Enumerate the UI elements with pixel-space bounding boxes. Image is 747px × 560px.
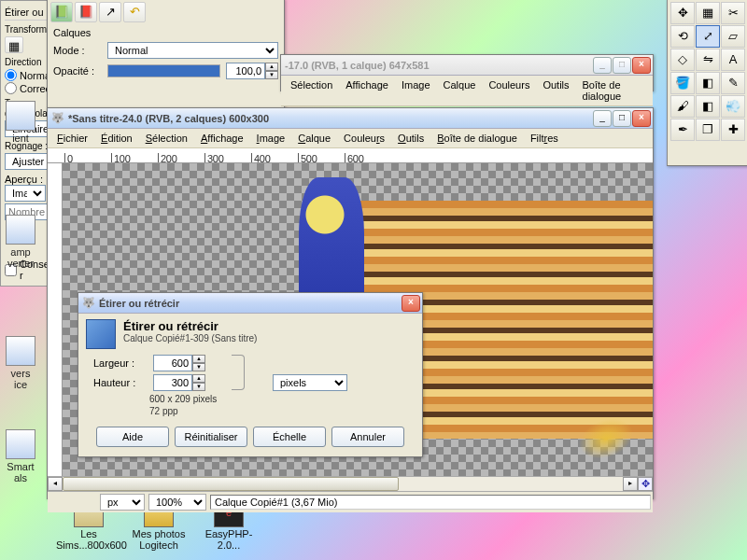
layers-tab[interactable]: 📗 (50, 2, 73, 22)
ruler-horizontal: 0100200300400500600 (48, 148, 653, 163)
menu-image[interactable]: Image (396, 77, 436, 104)
channels-tab[interactable]: 📕 (75, 2, 97, 22)
image-titlebar[interactable]: 🐺 *Sans titre-24.0 (RVB, 2 calques) 600x… (48, 108, 653, 129)
height-label: Hauteur : (93, 377, 149, 388)
tool-shear[interactable]: ▱ (721, 25, 745, 48)
image-menubar: Fichier Édition Sélection Affichage Imag… (48, 129, 653, 148)
tool-ink[interactable]: ✒ (670, 119, 695, 141)
menu-outils[interactable]: Outils (392, 131, 430, 146)
shortcut-vers[interactable]: versice (2, 336, 39, 390)
spin-down-icon[interactable]: ▼ (265, 71, 278, 79)
paths-tab[interactable]: ↗ (99, 2, 121, 22)
unit-combo[interactable]: px (100, 494, 145, 511)
dialog-titlebar[interactable]: 🐺 Étirer ou rétrécir × (78, 293, 422, 314)
tool-clone[interactable]: ❐ (696, 119, 720, 141)
spin-up-icon[interactable]: ▲ (192, 355, 205, 363)
tool-eraser[interactable]: ◧ (696, 95, 720, 118)
mode-combo[interactable]: Normal (107, 42, 278, 59)
menu-edition[interactable]: Édition (95, 131, 138, 146)
menu-outils[interactable]: Outils (537, 77, 574, 104)
minimize-button[interactable]: _ (593, 57, 612, 74)
opacity-label: Opacité : (53, 65, 102, 77)
menu-dialogue[interactable]: Boîte de dialogue (577, 77, 649, 104)
navigation-icon[interactable]: ✥ (638, 477, 653, 491)
tool-flip[interactable]: ⇋ (696, 49, 720, 71)
opacity-slider[interactable] (107, 64, 220, 77)
maximize-button[interactable]: □ (613, 110, 631, 127)
tool-airbrush[interactable]: 💨 (721, 95, 745, 118)
menu-affichage[interactable]: Affichage (340, 77, 394, 104)
tool-crop[interactable]: ✂ (721, 2, 745, 24)
scale-icon (86, 319, 116, 349)
zoom-combo[interactable]: 100% (148, 494, 206, 511)
scroll-right-icon[interactable]: ▸ (623, 477, 638, 491)
tool-heal[interactable]: ✚ (721, 119, 745, 141)
dialog-info-dpi: 72 ppp (149, 405, 415, 417)
scrollbar-horizontal[interactable]: ◂ ▸ ✥ (48, 476, 653, 491)
bgwin-titlebar[interactable]: -17.0 (RVB, 1 calque) 647x581 _ □ × (281, 55, 653, 76)
tool-rotate[interactable]: ⟲ (670, 25, 695, 48)
tool-bucket[interactable]: 🪣 (670, 72, 695, 94)
undo-tab[interactable]: ↶ (123, 2, 146, 22)
close-button[interactable]: × (632, 110, 651, 127)
tool-perspective[interactable]: ◇ (670, 49, 695, 71)
menu-filtres[interactable]: Filtres (525, 131, 564, 146)
bgwin-menubar: Sélection Affichage Image Calque Couleur… (281, 76, 653, 106)
layers-panel: 📗 📕 ↗ ↶ Calques Mode : Normal Opacité : … (47, 0, 285, 110)
statusbar: px 100% Calque Copié#1 (3,67 Mio) (48, 491, 653, 512)
menu-image[interactable]: Image (251, 131, 291, 146)
transform-layer-icon[interactable]: ▦ (5, 36, 23, 53)
shortcut-client[interactable]: ient (2, 101, 39, 144)
apercu-label: Aperçu : (5, 174, 43, 185)
toolbox: ✥ ▦ ✂ ⟲ ⤢ ▱ ◇ ⇋ A 🪣 ◧ ✎ 🖌 ◧ 💨 ✒ ❐ ✚ (667, 0, 747, 166)
tool-brush[interactable]: 🖌 (670, 95, 695, 118)
height-input[interactable] (153, 374, 192, 391)
tool-text[interactable]: A (721, 49, 745, 71)
menu-affichage[interactable]: Affichage (195, 131, 249, 146)
maximize-button[interactable]: □ (613, 57, 631, 74)
menu-fichier[interactable]: Fichier (51, 131, 93, 146)
apercu-combo[interactable]: Image (5, 185, 46, 202)
spin-up-icon[interactable]: ▲ (192, 374, 205, 383)
unit-combo[interactable]: pixels (273, 374, 347, 391)
tool-pencil[interactable]: ✎ (721, 72, 745, 94)
menu-dialogue[interactable]: Boîte de dialogue (431, 131, 523, 146)
bgwin-title: -17.0 (RVB, 1 calque) 647x581 (285, 60, 592, 71)
cancel-button[interactable]: Annuler (331, 427, 404, 447)
menu-selection[interactable]: Sélection (285, 77, 338, 104)
width-input[interactable] (153, 355, 192, 371)
spin-down-icon[interactable]: ▼ (192, 383, 205, 391)
tool-blend[interactable]: ◧ (696, 72, 720, 94)
shortcut-smart[interactable]: Smartals (2, 429, 39, 483)
help-button[interactable]: Aide (96, 427, 169, 447)
menu-couleurs[interactable]: Couleurs (483, 77, 535, 104)
link-icon[interactable] (232, 355, 245, 390)
menu-calque[interactable]: Calque (438, 77, 482, 104)
scroll-thumb[interactable] (63, 477, 399, 491)
scroll-track[interactable] (63, 477, 623, 491)
menu-selection[interactable]: Sélection (140, 131, 193, 146)
app-icon (6, 215, 35, 245)
opacity-input[interactable] (226, 63, 265, 79)
ruler-vertical (48, 163, 63, 476)
menu-calque[interactable]: Calque (292, 131, 336, 146)
opacity-spinner[interactable]: ▲▼ (226, 63, 278, 79)
spin-down-icon[interactable]: ▼ (192, 363, 205, 371)
menu-couleurs[interactable]: Couleurs (338, 131, 390, 146)
gimp-icon: 🐺 (82, 297, 95, 310)
scroll-left-icon[interactable]: ◂ (48, 477, 63, 491)
tool-align[interactable]: ▦ (696, 2, 720, 24)
background-image-window: -17.0 (RVB, 1 calque) 647x581 _ □ × Séle… (280, 54, 654, 91)
reset-button[interactable]: Réinitialiser (175, 427, 247, 447)
close-button[interactable]: × (632, 57, 651, 74)
scale-button[interactable]: Échelle (253, 427, 326, 447)
mode-label: Mode : (53, 45, 102, 56)
spin-up-icon[interactable]: ▲ (265, 63, 278, 71)
shortcut-amp[interactable]: ampverter (2, 215, 39, 269)
status-text: Calque Copié#1 (3,67 Mio) (210, 495, 651, 510)
tool-move[interactable]: ✥ (670, 2, 695, 24)
layers-toolbar: 📗 📕 ↗ ↶ (48, 0, 284, 25)
minimize-button[interactable]: _ (593, 110, 612, 127)
close-button[interactable]: × (402, 295, 420, 312)
tool-scale[interactable]: ⤢ (696, 25, 720, 48)
